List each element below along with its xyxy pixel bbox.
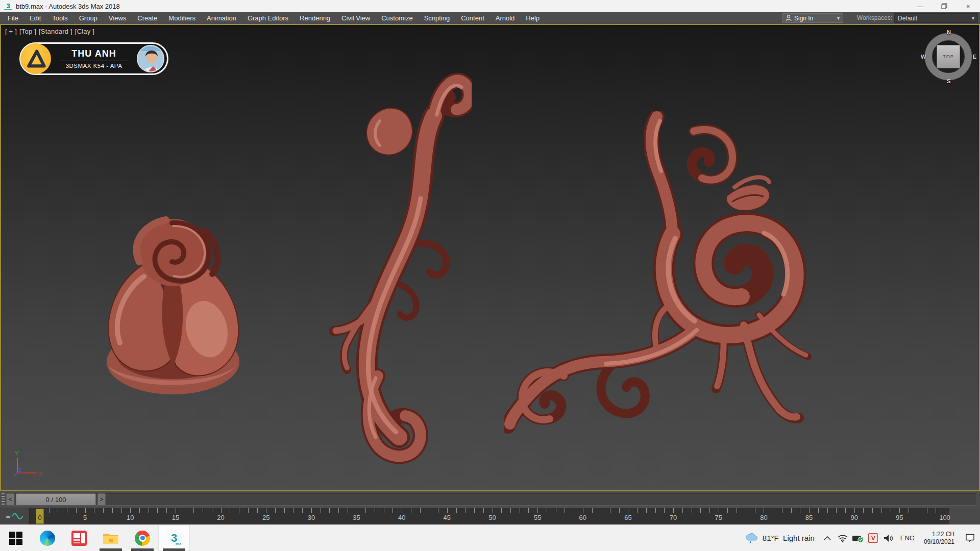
menu-item-arnold[interactable]: Arnold [490, 12, 521, 24]
menu-item-edit[interactable]: Edit [24, 12, 46, 24]
badge-subtitle: 3DSMAX K54 - APA [55, 63, 133, 69]
viewcube-north: N [947, 29, 951, 35]
menu-item-content[interactable]: Content [455, 12, 490, 24]
ruler-tick [311, 508, 312, 513]
ruler-tick [909, 508, 909, 513]
unikey-icon[interactable]: V [866, 525, 881, 551]
ruler-tick [58, 508, 58, 513]
ruler-tick [275, 508, 276, 513]
ruler-tick [212, 508, 212, 513]
menu-item-help[interactable]: Help [520, 12, 545, 24]
rose-model[interactable] [95, 213, 254, 404]
language-indicator[interactable]: ENG [896, 534, 919, 542]
ruler-tick [764, 508, 764, 513]
menu-item-animation[interactable]: Animation [201, 12, 242, 24]
ruler-tick [755, 508, 755, 513]
ruler-label-90: 90 [850, 514, 857, 521]
menu-item-file[interactable]: File [2, 12, 24, 24]
ruler-tick [845, 508, 846, 513]
menu-item-views[interactable]: Views [103, 12, 132, 24]
viewport-label: [ + ][Top ][Standard ][Clay ] [5, 28, 97, 35]
previous-frame-button[interactable]: < [6, 493, 14, 506]
avatar [137, 45, 164, 72]
leaf-scroll-model[interactable] [323, 44, 472, 479]
workspaces-dropdown[interactable]: Default ▾ [894, 13, 978, 23]
menu-item-graph-editors[interactable]: Graph Editors [242, 12, 294, 24]
ruler-tick [447, 508, 448, 513]
close-button[interactable]: × [956, 0, 980, 12]
ruler-label-10: 10 [127, 514, 134, 521]
ruler-tick [121, 508, 122, 513]
menu-item-tools[interactable]: Tools [46, 12, 73, 24]
ruler-tick [773, 508, 773, 513]
screen: 3 btb9.max - Autodesk 3ds Max 2018 — × F… [0, 0, 980, 551]
ruler-tick [565, 508, 565, 513]
wifi-icon[interactable] [835, 525, 850, 551]
tray-chevron-up-icon[interactable] [820, 525, 835, 551]
ruler-tick [854, 508, 855, 513]
viewport[interactable]: [ + ][Top ][Standard ][Clay ] THU ANH 3D… [0, 24, 980, 491]
menu-item-modifiers[interactable]: Modifiers [163, 12, 201, 24]
ruler-tick [293, 508, 293, 513]
ruler-tick [727, 508, 728, 513]
chevron-down-icon: ▾ [837, 15, 840, 21]
speaker-icon[interactable] [881, 525, 896, 551]
menu-item-rendering[interactable]: Rendering [294, 12, 336, 24]
viewport-label-segment-1[interactable]: [Top ] [19, 28, 36, 35]
ruler-tick [655, 508, 656, 513]
viewport-label-segment-2[interactable]: [Standard ] [39, 28, 72, 35]
start-button[interactable] [0, 525, 32, 551]
taskbar-file-explorer-button[interactable] [95, 525, 127, 551]
ruler-label-40: 40 [398, 514, 405, 521]
ruler-tick [610, 508, 610, 513]
action-center-button[interactable] [960, 534, 980, 542]
ruler-tick [85, 508, 86, 513]
3ds-max-app-icon[interactable]: 3 [4, 2, 12, 10]
ruler-label-100: 100 [939, 514, 950, 521]
clock-date: 09/10/2021 [924, 538, 954, 546]
toolbar-grip[interactable] [2, 493, 5, 506]
taskbar-edge-button[interactable] [32, 525, 63, 551]
menu-item-create[interactable]: Create [132, 12, 163, 24]
ruler-tick [149, 508, 149, 513]
corner-scroll-model[interactable] [504, 111, 823, 452]
ruler-tick [682, 508, 683, 513]
ruler-tick [257, 508, 258, 513]
ruler-tick [528, 508, 529, 513]
taskbar-3ds-max-button[interactable]: 3 MAX [158, 525, 190, 551]
menu-item-civil-view[interactable]: Civil View [336, 12, 376, 24]
timeline-ruler[interactable]: ≡ 05101520253035404550556065707580859095… [0, 508, 980, 524]
ruler-tick [338, 508, 339, 513]
next-frame-button[interactable]: > [97, 493, 106, 506]
restore-button[interactable] [932, 0, 956, 12]
minimize-button[interactable]: — [908, 0, 932, 12]
ruler-tick [782, 508, 782, 513]
taskbar-clock[interactable]: 1:22 CH 09/10/2021 [919, 531, 960, 546]
ruler-tick [891, 508, 891, 513]
menu-item-scripting[interactable]: Scripting [419, 12, 456, 24]
weather-icon [744, 532, 758, 544]
ruler-tick [583, 508, 583, 513]
news-icon [71, 531, 87, 546]
viewcube-top-face[interactable]: TOP [937, 45, 960, 68]
viewport-label-segment-0[interactable]: [ + ] [5, 28, 17, 35]
menu-item-customize[interactable]: Customize [376, 12, 418, 24]
taskbar-weather-button[interactable]: 81°F Light rain [739, 532, 820, 544]
ruler-tick [881, 508, 882, 513]
ruler-tick [709, 508, 710, 513]
viewcube[interactable]: TOP N S E W [922, 30, 975, 83]
ruler-tick [547, 508, 547, 513]
mini-curve-editor-button[interactable]: ≡ [0, 508, 30, 524]
time-slider-track[interactable] [15, 493, 976, 506]
ruler-label-50: 50 [488, 514, 496, 521]
ruler-label-35: 35 [353, 514, 360, 521]
battery-shield-icon[interactable] [850, 525, 866, 551]
taskbar-news-button[interactable] [63, 525, 95, 551]
ruler-tick [673, 508, 674, 513]
menu-item-group[interactable]: Group [74, 12, 103, 24]
time-slider-handle[interactable]: 0 / 100 [16, 493, 96, 506]
taskbar-chrome-button[interactable] [127, 525, 158, 551]
viewport-label-segment-3[interactable]: [Clay ] [75, 28, 94, 35]
ruler-tick [456, 508, 457, 513]
sign-in-button[interactable]: Sign In ▾ [782, 13, 843, 23]
